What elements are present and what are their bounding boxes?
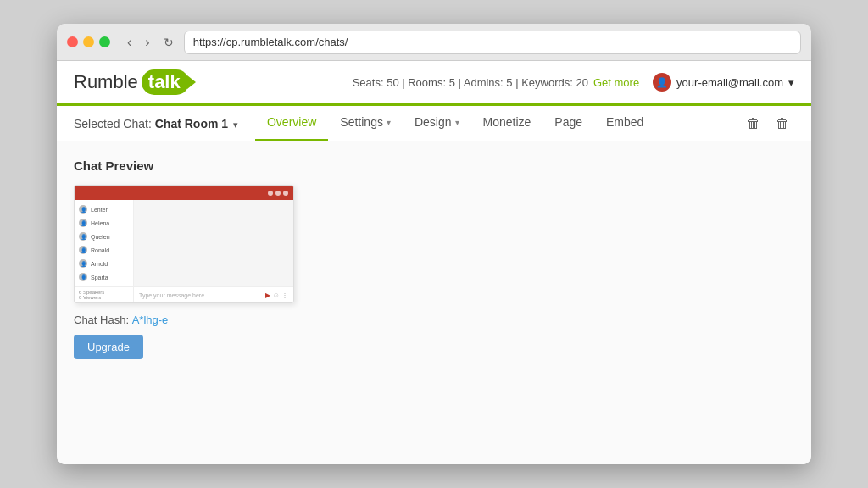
user-name: Sparta	[91, 274, 108, 280]
widget-input-placeholder: Type your message here...	[139, 292, 265, 298]
list-item: 👤 Lenter	[75, 202, 133, 216]
settings-caret-icon: ▾	[387, 118, 391, 127]
avatar: 👤	[79, 259, 87, 268]
tab-embed[interactable]: Embed	[594, 106, 655, 141]
widget-titlebar	[75, 186, 293, 200]
browser-window: ‹ › ↻ Rumble talk Seats: 50 | Rooms: 5 |…	[57, 24, 811, 464]
upgrade-button[interactable]: Upgrade	[74, 335, 143, 359]
list-item: 👤 Helena	[75, 216, 133, 230]
user-name: Ronald	[91, 247, 109, 253]
widget-dot-1	[268, 191, 273, 196]
user-name: Quelen	[91, 234, 110, 240]
user-name: Lenter	[91, 207, 108, 213]
tab-design[interactable]: Design ▾	[403, 106, 471, 141]
widget-chat-area	[134, 200, 293, 286]
selected-chat-dropdown-icon[interactable]: ▾	[233, 119, 238, 130]
widget-dot-3	[283, 191, 288, 196]
selected-chat-name: Chat Room 1	[155, 117, 228, 130]
url-bar[interactable]	[184, 30, 801, 54]
chat-hash-value: A*lhg-e	[132, 313, 169, 326]
logo: Rumble talk	[74, 69, 189, 95]
widget-input-area[interactable]: Type your message here... ▶ ☺ ⋮	[134, 291, 293, 299]
list-item: 👤 Arnold	[75, 257, 133, 270]
widget-users-list: 👤 Lenter 👤 Helena 👤 Quelen 👤	[75, 200, 134, 286]
chat-preview-title: Chat Preview	[74, 158, 794, 173]
avatar: 👤	[79, 219, 87, 227]
list-item: 👤 Sparta	[75, 270, 133, 284]
user-menu-caret: ▾	[788, 76, 794, 89]
delete-button[interactable]: 🗑	[742, 113, 765, 135]
traffic-lights	[67, 36, 110, 47]
tab-overview-label: Overview	[267, 115, 316, 129]
back-button[interactable]: ‹	[124, 33, 135, 52]
avatar: 👤	[79, 232, 87, 241]
browser-content: Rumble talk Seats: 50 | Rooms: 5 | Admin…	[57, 61, 811, 464]
list-item: 👤 Ronald	[75, 243, 133, 257]
user-name: Arnold	[91, 261, 108, 267]
refresh-button[interactable]: ↻	[160, 34, 177, 51]
widget-send-icon[interactable]: ▶	[265, 291, 270, 299]
widget-footer: 6 Speakers 0 Viewers Type your message h…	[75, 286, 293, 302]
tab-monetize-label: Monetize	[483, 115, 531, 129]
logo-talk-text: talk	[142, 69, 189, 95]
tab-monetize[interactable]: Monetize	[471, 106, 543, 141]
avatar: 👤	[79, 205, 87, 214]
main-content: Chat Preview 👤 Lenter 👤	[57, 141, 811, 464]
tab-page-label: Page	[554, 115, 582, 129]
logo-rumble-text: Rumble	[74, 71, 138, 93]
tab-embed-label: Embed	[606, 115, 643, 129]
tab-settings[interactable]: Settings ▾	[328, 106, 403, 141]
app-nav: Selected Chat: Chat Room 1 ▾ Overview Se…	[57, 106, 811, 141]
user-email-label: your-email@mail.com	[676, 76, 783, 89]
widget-more-icon[interactable]: ⋮	[281, 291, 288, 299]
design-caret-icon: ▾	[455, 118, 459, 127]
maximize-button[interactable]	[99, 36, 110, 47]
tab-page[interactable]: Page	[542, 106, 594, 141]
widget-dot-2	[275, 191, 281, 196]
tab-settings-label: Settings	[340, 115, 383, 129]
nav-actions: 🗑 🗑	[742, 113, 794, 135]
tab-design-label: Design	[415, 115, 452, 129]
list-item: 👤 Quelen	[75, 230, 133, 243]
chat-hash-label: Chat Hash:	[74, 313, 129, 326]
user-avatar-icon: 👤	[653, 73, 671, 92]
chat-hash: Chat Hash: A*lhg-e	[74, 313, 794, 326]
widget-body: 👤 Lenter 👤 Helena 👤 Quelen 👤	[75, 200, 293, 286]
tab-overview[interactable]: Overview	[255, 106, 328, 141]
user-menu[interactable]: 👤 your-email@mail.com ▾	[653, 73, 794, 92]
avatar: 👤	[79, 246, 87, 254]
trash-button[interactable]: 🗑	[771, 113, 794, 135]
header-right: Seats: 50 | Rooms: 5 | Admins: 5 | Keywo…	[353, 73, 794, 92]
minimize-button[interactable]	[83, 36, 94, 47]
user-name: Helena	[91, 220, 109, 226]
chat-preview-widget: 👤 Lenter 👤 Helena 👤 Quelen 👤	[74, 185, 294, 303]
header-info: Seats: 50 | Rooms: 5 | Admins: 5 | Keywo…	[353, 76, 588, 89]
widget-emoji-icon[interactable]: ☺	[273, 291, 280, 299]
get-more-link[interactable]: Get more	[593, 76, 639, 89]
avatar: 👤	[79, 273, 87, 281]
forward-button[interactable]: ›	[142, 33, 153, 52]
close-button[interactable]	[67, 36, 78, 47]
nav-tabs: Overview Settings ▾ Design ▾ Monetize Pa…	[255, 106, 742, 141]
widget-footer-users: 6 Speakers 0 Viewers	[75, 287, 134, 302]
app-header: Rumble talk Seats: 50 | Rooms: 5 | Admin…	[57, 61, 811, 106]
browser-titlebar: ‹ › ↻	[57, 24, 811, 61]
selected-chat-label: Selected Chat: Chat Room 1 ▾	[74, 117, 238, 130]
